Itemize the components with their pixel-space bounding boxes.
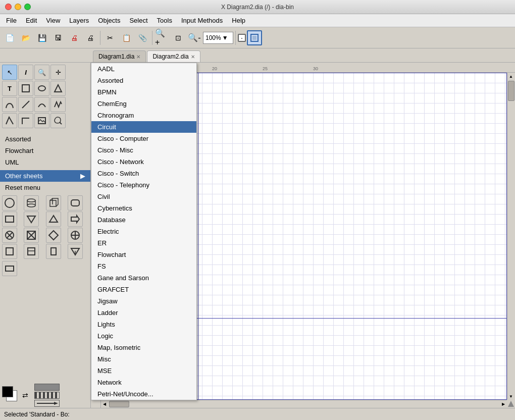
dropdown-item-misc[interactable]: Misc xyxy=(91,353,196,365)
dropdown-item-flowchart[interactable]: Flowchart xyxy=(91,249,196,260)
shape-crossed-circle[interactable] xyxy=(2,228,17,243)
dropdown-item-cisco-computer[interactable]: Cisco - Computer xyxy=(91,133,196,144)
maximize-button[interactable] xyxy=(24,4,31,10)
ellipse-tool[interactable] xyxy=(34,81,49,96)
shape-triangle-down-2[interactable] xyxy=(68,244,83,259)
sidebar-item-assorted[interactable]: Assorted xyxy=(0,133,90,145)
shape-3d-box[interactable] xyxy=(46,195,61,211)
dropdown-item-cybernetics[interactable]: Cybernetics xyxy=(91,202,196,214)
dropdown-item-grafcet[interactable]: GRAFCET xyxy=(91,284,196,295)
shape-small-rect-1[interactable] xyxy=(2,244,17,259)
shape-small-rect-2[interactable] xyxy=(24,244,39,259)
open-button[interactable]: 📂 xyxy=(18,30,33,45)
foreground-color-swatch[interactable] xyxy=(2,386,13,397)
shape-diamond[interactable] xyxy=(46,228,61,243)
shape-x-box[interactable] xyxy=(24,228,39,243)
new-button[interactable]: 📄 xyxy=(2,30,17,45)
dropdown-item-assorted[interactable]: Assorted xyxy=(91,75,196,86)
dropdown-item-lights[interactable]: Lights xyxy=(91,319,196,330)
snap-grid-button[interactable]: · xyxy=(238,34,246,42)
polygon-tool[interactable] xyxy=(50,81,66,96)
sidebar-item-reset[interactable]: Reset menu xyxy=(0,182,90,193)
dropdown-item-mse[interactable]: MSE xyxy=(91,365,196,377)
shape-triangle-down[interactable] xyxy=(24,212,39,227)
shape-cylinder[interactable] xyxy=(24,195,39,211)
select-tool[interactable]: ↖ xyxy=(2,65,17,80)
menu-edit[interactable]: Edit xyxy=(22,16,41,25)
scroll-right-button[interactable]: ▶ xyxy=(500,400,507,407)
tab-diagram1[interactable]: Diagram1.dia ✕ xyxy=(93,50,146,62)
minimize-button[interactable] xyxy=(15,4,21,10)
sidebar-item-flowchart[interactable]: Flowchart xyxy=(0,145,90,156)
dropdown-item-er[interactable]: ER xyxy=(91,237,196,249)
export-button[interactable]: 🖨 xyxy=(67,30,82,45)
window-controls[interactable] xyxy=(5,4,31,10)
tab-diagram2-close[interactable]: ✕ xyxy=(191,54,195,60)
menu-tools[interactable]: Tools xyxy=(153,16,176,25)
menu-help[interactable]: Help xyxy=(228,16,249,25)
box-tool[interactable] xyxy=(18,81,33,96)
dropdown-item-circuit[interactable]: Circuit xyxy=(91,121,196,133)
move-tool[interactable]: ✛ xyxy=(50,65,66,80)
zoom-input[interactable]: 100% ▼ xyxy=(203,32,233,44)
dropdown-item-civil[interactable]: Civil xyxy=(91,191,196,202)
dropdown-item-map-isometric[interactable]: Map, Isometric xyxy=(91,342,196,353)
zoom-tool[interactable]: 🔍 xyxy=(34,65,49,80)
tab-diagram2[interactable]: Diagram2.dia ✕ xyxy=(147,50,200,62)
dropdown-item-electric[interactable]: Electric xyxy=(91,226,196,237)
dropdown-item-cisco-telephony[interactable]: Cisco - Telephony xyxy=(91,179,196,191)
menu-objects[interactable]: Objects xyxy=(94,16,124,25)
menu-select[interactable]: Select xyxy=(125,16,151,25)
shape-rounded-rect[interactable] xyxy=(68,195,83,211)
dropdown-item-cisco-misc[interactable]: Cisco - Misc xyxy=(91,144,196,156)
menu-layers[interactable]: Layers xyxy=(65,16,93,25)
menu-view[interactable]: View xyxy=(42,16,64,25)
line-style-solid[interactable] xyxy=(34,384,60,391)
corner-tool[interactable] xyxy=(18,113,33,128)
dropdown-item-fs[interactable]: FS xyxy=(91,260,196,272)
zoom-in-button[interactable]: 🔍+ xyxy=(154,30,170,45)
paste-button[interactable]: 📎 xyxy=(135,30,150,45)
scroll-thumb-v[interactable] xyxy=(508,81,514,101)
scroll-down-button[interactable]: ▼ xyxy=(507,393,514,400)
menu-input-methods[interactable]: Input Methods xyxy=(177,16,227,25)
scroll-thumb-h[interactable] xyxy=(109,401,129,407)
text-cursor-tool[interactable]: I xyxy=(18,65,33,80)
save-as-button[interactable]: 🖫 xyxy=(50,30,66,45)
zoom-out-button[interactable]: 🔍- xyxy=(187,30,202,45)
magnify-tool[interactable] xyxy=(50,113,66,128)
zoom-dropdown-icon[interactable]: ▼ xyxy=(222,34,228,41)
dropdown-item-ladder[interactable]: Ladder xyxy=(91,307,196,319)
cut-button[interactable]: ✂ xyxy=(102,30,118,45)
shape-arrow-right[interactable] xyxy=(68,212,83,227)
shape-crosshair[interactable] xyxy=(68,228,83,243)
shape-circle[interactable] xyxy=(2,195,17,211)
shape-triangle-up[interactable] xyxy=(46,212,61,227)
text-tool[interactable]: T xyxy=(2,81,17,96)
dropdown-item-database[interactable]: Database xyxy=(91,214,196,226)
bezier-tool[interactable] xyxy=(2,97,17,112)
outline-tool[interactable] xyxy=(2,113,17,128)
shape-single-rect[interactable] xyxy=(2,261,17,276)
connect-lines-button[interactable] xyxy=(247,30,262,45)
dropdown-item-jigsaw[interactable]: Jigsaw xyxy=(91,295,196,307)
shape-small-rect-3[interactable] xyxy=(46,244,61,259)
swap-colors-icon[interactable]: ⇄ xyxy=(22,391,28,399)
scroll-left-button[interactable]: ◀ xyxy=(101,400,108,407)
image-tool[interactable] xyxy=(34,113,49,128)
sidebar-item-uml[interactable]: UML xyxy=(0,156,90,168)
dropdown-item-cisco-network[interactable]: Cisco - Network xyxy=(91,156,196,168)
scrollbar-horizontal[interactable]: ◀ ▶ xyxy=(101,400,507,408)
arc-tool[interactable] xyxy=(34,97,49,112)
dropdown-item-bpmn[interactable]: BPMN xyxy=(91,86,196,98)
print-button[interactable]: 🖨 xyxy=(83,30,98,45)
close-button[interactable] xyxy=(5,4,12,10)
dropdown-item-chronogram[interactable]: Chronogram xyxy=(91,110,196,121)
dropdown-item-network[interactable]: Network xyxy=(91,377,196,388)
line-tool[interactable] xyxy=(18,97,33,112)
sidebar-item-other-sheets[interactable]: Other sheets ▶ xyxy=(0,170,90,182)
shape-rect[interactable] xyxy=(2,212,17,227)
menu-file[interactable]: File xyxy=(2,16,21,25)
zoom-fit-button[interactable]: ⊡ xyxy=(171,30,186,45)
zigzag-tool[interactable] xyxy=(50,97,66,112)
